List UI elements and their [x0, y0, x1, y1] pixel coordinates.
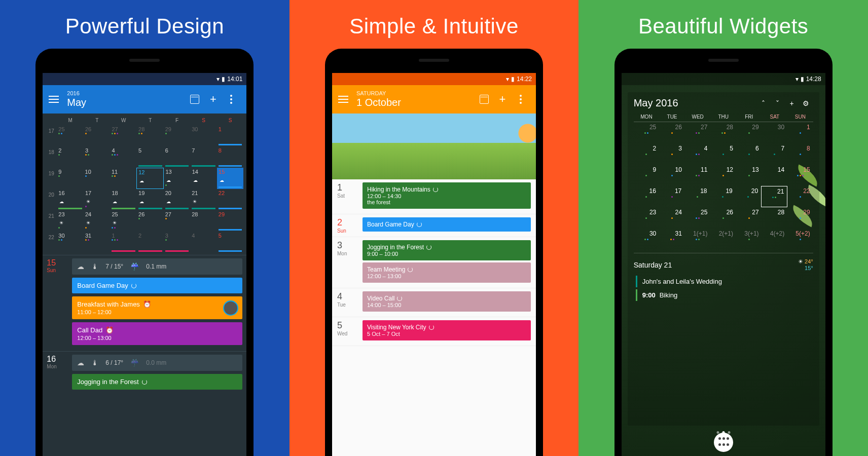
event-card[interactable]: Video Call14:00 – 15:00 [363, 291, 531, 312]
sync-icon [417, 222, 422, 227]
day-cell[interactable]: 21☀ [190, 189, 217, 210]
event-card[interactable]: Board Game Day [363, 217, 531, 232]
app-drawer-button[interactable] [714, 433, 733, 452]
panel-powerful-design: Powerful Design ▾ ▮ 14:01 2016 May + [0, 0, 290, 456]
weather-row[interactable]: ☁ 🌡 7 / 15° ☔ 0.1 mm [72, 258, 242, 275]
today-button[interactable] [186, 90, 204, 108]
app-title[interactable]: 2016 May [67, 91, 186, 108]
day-cell[interactable]: 3 [84, 146, 111, 168]
day-cell[interactable]: 19☁ [137, 189, 164, 210]
day-cell[interactable]: 30 [190, 125, 217, 146]
day-cell[interactable]: 6 [164, 146, 191, 168]
day-cell-selected[interactable]: 15☁ [217, 168, 243, 189]
dots-icon [230, 95, 232, 104]
event-card[interactable]: Hiking in the Mountains 12:00 – 14:30 th… [363, 182, 531, 209]
widget-title[interactable]: May 2016 [634, 97, 756, 109]
day-cell[interactable]: 8 [217, 146, 244, 168]
day-cell[interactable]: 24☀ [84, 210, 111, 232]
day-cell[interactable]: 30 [57, 232, 84, 253]
widget-day[interactable]: 30 [762, 122, 788, 143]
day-cell[interactable]: 16☁ [57, 189, 84, 210]
overflow-menu-button[interactable] [512, 90, 530, 108]
widget-day[interactable]: 1 [787, 122, 813, 143]
day-cell[interactable]: 26 [84, 125, 111, 146]
event-card[interactable]: Call Dad⏰ 12:00 – 13:00 [72, 322, 242, 345]
day-cell[interactable]: 26 [137, 210, 164, 232]
day-cell[interactable]: 27 [164, 210, 191, 232]
day-cell[interactable]: 17☀ [84, 189, 111, 210]
widget-day[interactable]: 25 [634, 122, 660, 143]
prev-month-button[interactable]: ˄ [756, 99, 771, 107]
week-row: 22 30 31 1 2 3 4 5 [46, 232, 243, 253]
widget-event[interactable]: 9:00Biking [636, 289, 813, 301]
widget-week: 25 26 27 28 29 30 1 [634, 122, 813, 143]
day-cell[interactable]: 29 [164, 125, 191, 146]
status-time: 14:28 [806, 75, 821, 83]
day-cell[interactable]: 3 [164, 232, 191, 253]
event-card[interactable]: Visiting New York City5 Oct – 7 Oct [363, 320, 531, 340]
cloud-icon: ☁ [77, 262, 84, 271]
day-cell[interactable]: 9 [57, 168, 83, 189]
day-cell[interactable]: 5 [217, 232, 244, 253]
add-event-button[interactable]: + [493, 90, 512, 108]
day-cell[interactable]: 29 [217, 210, 244, 232]
home-screen[interactable]: ▾ ▮ 14:28 May 2016 ˄ ˅ + ⚙ [622, 73, 825, 456]
add-button[interactable]: + [785, 99, 799, 107]
event-card[interactable]: Board Game Day [72, 278, 242, 293]
sync-icon [433, 187, 438, 192]
day-cell[interactable]: 18☁ [110, 189, 137, 210]
panel-beautiful-widgets: Beautiful Widgets ▾ ▮ 14:28 May 2016 [578, 0, 868, 456]
day-cell[interactable]: 1 [110, 232, 137, 253]
day-cell[interactable]: 4 [110, 146, 137, 168]
sync-icon [397, 296, 402, 301]
weather-row[interactable]: ☁ 🌡 6 / 17° ☔ 0.0 mm [72, 355, 242, 371]
day-cell[interactable]: 25☀ [110, 210, 137, 232]
day-cell[interactable]: 31 [84, 232, 111, 253]
day-cell[interactable]: 25 [57, 125, 84, 146]
event-card[interactable]: Team Meeting12:00 – 13:00 [363, 262, 531, 283]
day-cell[interactable]: 11 [110, 168, 136, 189]
day-cell[interactable]: 7 [190, 146, 217, 168]
day-cell[interactable]: 23☀ [57, 210, 84, 232]
widget-day[interactable]: 26 [659, 122, 685, 143]
widget-day[interactable]: 29 [736, 122, 762, 143]
calendar-widget[interactable]: May 2016 ˄ ˅ + ⚙ MONTUEWEDTHUFRISATSUN 2… [628, 92, 819, 426]
widget-day[interactable]: 27 [685, 122, 711, 143]
day-cell[interactable]: 22 [217, 189, 244, 210]
day-cell[interactable]: 5 [137, 146, 164, 168]
day-cell[interactable]: 10 [84, 168, 110, 189]
agenda-list[interactable]: 1Sat Hiking in the Mountains 12:00 – 14:… [332, 179, 536, 346]
day-cell[interactable]: 13☁ [164, 168, 190, 189]
panel-simple-intuitive: Simple & Intuitive ▾ ▮ 14:22 SATURDAY 1 … [290, 0, 579, 456]
menu-icon[interactable] [338, 96, 348, 103]
add-event-button[interactable]: + [204, 90, 222, 108]
event-card[interactable]: Jogging in the Forest9:00 – 10:00 [363, 240, 531, 260]
widget-event[interactable]: John's and Leila's Wedding [636, 276, 813, 287]
menu-icon[interactable] [49, 96, 59, 103]
day-cell[interactable]: 27 [110, 125, 137, 146]
event-card[interactable]: Breakfast with James⏰ 11:00 – 12:00 [72, 296, 242, 319]
day-cell-today[interactable]: 12☁ [136, 168, 164, 189]
selected-day-label: Saturday 21 [634, 261, 672, 269]
day-cell[interactable]: 28 [137, 125, 164, 146]
agenda-row: 3Mon Jogging in the Forest9:00 – 10:00 T… [332, 237, 536, 288]
week-row: 19 9 10 11 12☁ 13☁ 14☁ 15☁ [46, 168, 243, 189]
battery-icon: ▮ [511, 75, 515, 83]
day-cell[interactable]: 20☁ [164, 189, 191, 210]
next-month-button[interactable]: ˅ [771, 99, 785, 107]
widget-day-selected[interactable]: 21 [761, 186, 787, 207]
overflow-menu-button[interactable] [222, 90, 240, 108]
day-cell[interactable]: 14☁ [191, 168, 217, 189]
app-bar: SATURDAY 1 October + [332, 85, 536, 113]
today-button[interactable] [475, 90, 493, 108]
day-cell[interactable]: 28 [190, 210, 217, 232]
app-title[interactable]: SATURDAY 1 October [356, 91, 475, 108]
day-cell[interactable]: 2 [137, 232, 164, 253]
day-cell[interactable]: 2 [57, 146, 84, 168]
day-cell[interactable]: 1 [217, 125, 244, 146]
settings-button[interactable]: ⚙ [799, 99, 813, 107]
app-showcase: Powerful Design ▾ ▮ 14:01 2016 May + [0, 0, 868, 456]
event-card[interactable]: Jogging in the Forest [72, 374, 242, 390]
day-cell[interactable]: 4 [190, 232, 217, 253]
widget-day[interactable]: 28 [710, 122, 736, 143]
